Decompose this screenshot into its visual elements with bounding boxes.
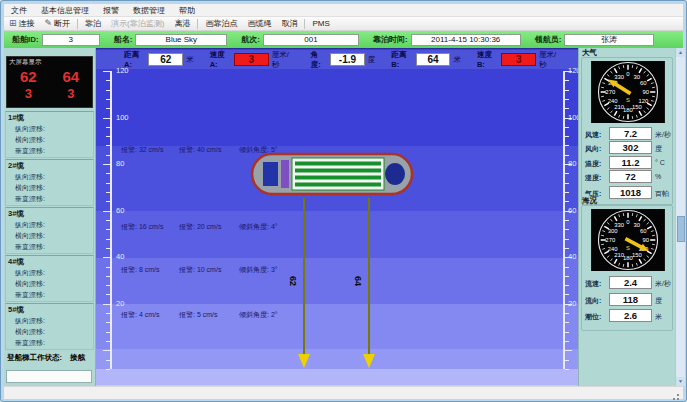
mooring-distance-a: 62 (288, 276, 298, 286)
ruler-label: 60 (116, 206, 124, 215)
pressure-value: 1018 (609, 186, 652, 199)
tilt-angle: 倾斜角度: 3° (239, 265, 278, 275)
wind-speed-value: 7.2 (609, 127, 652, 140)
ship-name-field[interactable]: Blue Sky (135, 34, 227, 46)
ruler-label: 60 (568, 206, 576, 215)
sea-panel: 0306090120150180210240270300330S 流速: 2.4… (581, 205, 673, 331)
alarm-a: 报警: 8 cm/s (121, 265, 179, 275)
distance-b-label: 距离B: (391, 50, 412, 69)
cable-group-4: 4#缆 纵向漂移: 横向漂移: 垂直漂移: (5, 255, 94, 302)
menu-alarm[interactable]: 报警 (96, 5, 126, 16)
ship-graphic (249, 147, 416, 199)
ruler-label: 20 (116, 299, 124, 308)
drift-vertical-label: 垂直漂移: (6, 193, 93, 204)
menu-data[interactable]: 数据管理 (126, 5, 172, 16)
gangway-status-value: 接舷 (70, 353, 85, 363)
cable-group-5: 5#缆 纵向漂移: 横向漂移: 垂直漂移: (5, 303, 94, 350)
disconnect-button[interactable]: ✎断开 (40, 18, 76, 30)
depart-button[interactable]: 离港 (169, 18, 195, 30)
demo-button: 演示(靠泊监测) (106, 18, 169, 30)
scrollbar-thumb[interactable] (677, 216, 685, 242)
menu-file[interactable]: 文件 (4, 5, 34, 16)
svg-text:180: 180 (623, 107, 634, 113)
voyage-label: 航次: (241, 34, 260, 45)
resize-grip-icon[interactable] (677, 394, 679, 396)
distance-a-unit: 米 (186, 55, 194, 65)
toolbar-separator (304, 19, 305, 29)
menu-bar: 文件 基本信息管理 报警 数据管理 帮助 (4, 4, 683, 17)
current-direction-label: 流向: (585, 296, 601, 306)
voyage-field[interactable]: 001 (263, 34, 359, 46)
distance-a-value: 62 (148, 53, 183, 66)
alarm-b: 报警: 5 cm/s (179, 310, 239, 320)
toolbar-separator (77, 19, 78, 29)
draw-berth-points-button[interactable]: 画靠泊点 (200, 18, 242, 30)
svg-text:180: 180 (623, 255, 634, 261)
ruler-label: 20 (568, 299, 576, 308)
current-direction-unit: 度 (655, 296, 662, 306)
wind-direction-value: 302 (609, 141, 652, 154)
vertical-scrollbar[interactable]: ▲ ▼ (675, 48, 685, 386)
drift-vertical-label: 垂直漂移: (6, 145, 93, 156)
distance-b-unit: 米 (453, 55, 461, 65)
pilot-field[interactable]: 张涛 (564, 34, 654, 46)
tide-level-value: 2.6 (609, 309, 652, 322)
gangway-status-label: 登船梯工作状态: (7, 353, 62, 363)
status-bar (4, 386, 683, 399)
ship-id-label: 船舶ID: (12, 34, 39, 45)
speed-a-label: 速度A: (210, 50, 231, 69)
ship-name-label: 船名: (114, 34, 133, 45)
connect-button[interactable]: ⊞连接 (4, 18, 40, 30)
angle-label: 角度: (311, 50, 327, 70)
current-direction-value: 118 (609, 293, 652, 306)
scroll-up-icon[interactable]: ▲ (676, 48, 685, 57)
cable-group-1: 1#缆 纵向漂移: 横向漂移: 垂直漂移: (5, 111, 94, 158)
menu-help[interactable]: 帮助 (172, 5, 202, 16)
svg-text:90: 90 (642, 237, 649, 243)
alarm-b: 报警: 10 cm/s (179, 265, 239, 275)
weather-panel: 0306090120150180210240270300330S 风速: 7.2… (581, 57, 673, 205)
angle-value: -1.9 (330, 53, 365, 66)
tilt-angle: 倾斜角度: 2° (239, 310, 278, 320)
mooring-line-b (368, 198, 370, 356)
svg-text:90: 90 (642, 89, 649, 95)
big-screen-display: 大屏幕显示 62 64 3 3 (6, 56, 93, 108)
drift-longitudinal-label: 纵向漂移: (6, 171, 93, 182)
alarm-a: 报警: 4 cm/s (121, 310, 179, 320)
current-speed-label: 流速: (585, 279, 601, 289)
ruler-label: 40 (568, 252, 576, 261)
wind-speed-unit: 米/秒 (655, 130, 671, 140)
left-panel-field (6, 370, 92, 383)
svg-text:240: 240 (608, 246, 619, 252)
toolbar-separator (197, 19, 198, 29)
svg-text:150: 150 (632, 252, 643, 258)
display-distance-a: 62 (20, 69, 37, 84)
pressure-unit: 百帕 (655, 189, 669, 199)
pms-button[interactable]: PMS (307, 18, 334, 30)
berth-button[interactable]: 靠泊 (80, 18, 106, 30)
left-panel: 大屏幕显示 62 64 3 3 1#缆 纵向漂移: 横向漂移: 垂直漂移: 2#… (4, 48, 96, 386)
svg-text:270: 270 (605, 89, 616, 95)
speed-b-unit: 厘米/秒 (539, 50, 562, 70)
drift-lateral-label: 横向漂移: (6, 230, 93, 241)
ruler-label: 40 (116, 252, 124, 261)
drift-lateral-label: 横向漂移: (6, 182, 93, 193)
scroll-down-icon[interactable]: ▼ (676, 377, 685, 386)
draw-cables-button[interactable]: 画缆绳 (242, 18, 276, 30)
cancel-button[interactable]: 取消 (276, 18, 302, 30)
berthing-monitor-area: 距离A: 62 米 速度A: 3 厘米/秒 角度: -1.9 度 距离B: 64… (96, 48, 578, 386)
mooring-line-a (303, 198, 305, 356)
wind-speed-label: 风速: (585, 130, 601, 140)
ship-id-field[interactable]: 3 (42, 34, 100, 46)
drift-vertical-label: 垂直漂移: (6, 337, 93, 348)
cable-group-name: 5#缆 (6, 304, 93, 315)
menu-basic-info[interactable]: 基本信息管理 (34, 5, 96, 16)
svg-text:330: 330 (614, 74, 625, 80)
toolbar: ⊞连接 ✎断开 靠泊 演示(靠泊监测) 离港 画靠泊点 画缆绳 取消 PMS (4, 17, 683, 31)
temperature-value: 11.2 (609, 156, 652, 169)
berth-time-field[interactable]: 2011-4-15 10:30:36 (411, 34, 521, 46)
distance-b-value: 64 (416, 53, 451, 66)
display-speed-b: 3 (67, 87, 74, 100)
svg-text:S: S (626, 97, 630, 103)
humidity-label: 湿度: (585, 173, 601, 183)
